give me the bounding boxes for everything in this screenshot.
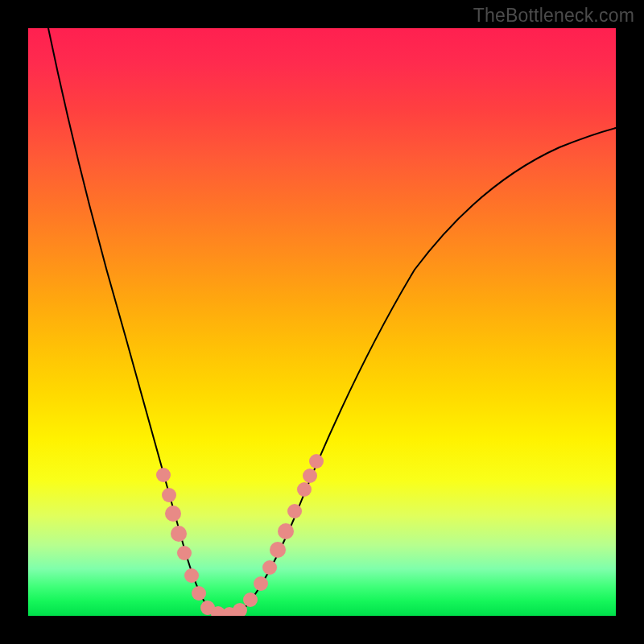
curve-dot <box>262 560 277 575</box>
curve-dot <box>303 469 317 483</box>
curve-dot <box>254 576 268 591</box>
curve-dot <box>184 568 199 583</box>
curve-dot <box>270 542 286 558</box>
watermark-text: TheBottleneck.com <box>473 5 634 27</box>
curve-dot <box>171 526 187 542</box>
curve-dot <box>192 586 206 601</box>
curve-dot <box>177 546 192 560</box>
curve-dot <box>233 603 247 616</box>
bottleneck-curve-path <box>48 28 616 614</box>
chart-plot-area <box>28 28 616 616</box>
curve-dot <box>243 592 258 607</box>
curve-dot <box>278 523 294 539</box>
bottleneck-curve-svg <box>28 28 616 616</box>
curve-dot <box>309 454 324 469</box>
curve-dot <box>287 504 302 518</box>
curve-dot <box>156 468 171 482</box>
curve-dot <box>297 482 312 497</box>
curve-dot <box>165 506 181 522</box>
chart-frame: TheBottleneck.com <box>0 0 644 644</box>
curve-dot <box>162 488 176 502</box>
